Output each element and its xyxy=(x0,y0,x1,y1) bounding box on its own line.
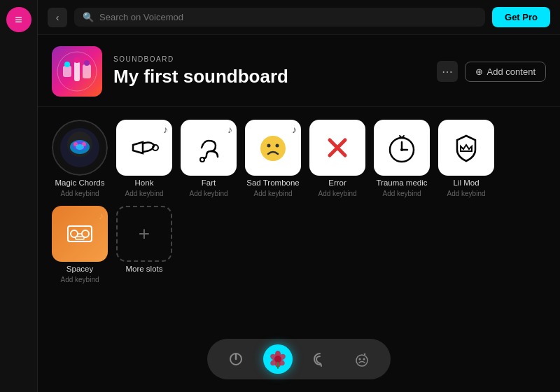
sound-keybind[interactable]: Add keybind xyxy=(60,276,99,284)
search-input[interactable] xyxy=(99,12,477,22)
sound-name: Lil Mod xyxy=(453,178,479,187)
sound-name: Fart xyxy=(202,178,216,187)
topbar: ‹ 🔍 Get Pro xyxy=(38,0,560,35)
sound-name: Error xyxy=(328,178,346,187)
sound-tile-fart: ♪ xyxy=(181,120,237,176)
sound-item-lil-mod[interactable]: Lil Mod Add keybind xyxy=(438,120,494,197)
svg-point-18 xyxy=(267,144,271,148)
soundboard-title: My first soundboard xyxy=(113,66,426,88)
active-sound-button[interactable] xyxy=(263,344,293,374)
sound-grid: Magic Chords Add keybind ♪ Honk Add keyb… xyxy=(38,107,560,296)
soundboard-label: SOUNDBOARD xyxy=(113,55,426,63)
sidebar: ≡ xyxy=(0,0,38,392)
sound-item-error[interactable]: Error Add keybind xyxy=(309,120,365,197)
sound-tile-magic-chords xyxy=(52,120,108,176)
svg-rect-3 xyxy=(83,64,91,78)
soundboard-info: SOUNDBOARD My first soundboard xyxy=(113,55,426,88)
sound-tile-spacey: ♪ xyxy=(52,206,108,262)
add-content-icon: ⊕ xyxy=(475,66,483,77)
svg-point-4 xyxy=(64,62,70,67)
note-badge: ♪ xyxy=(292,124,297,135)
svg-point-43 xyxy=(356,355,368,366)
sound-tile-honk: ♪ xyxy=(116,120,172,176)
logo-icon: ≡ xyxy=(15,13,22,27)
add-slot-tile[interactable]: + xyxy=(116,206,172,262)
note-badge: ♪ xyxy=(99,210,104,221)
note-button[interactable] xyxy=(347,344,377,374)
sound-keybind[interactable]: Add keybind xyxy=(318,190,356,197)
note-badge: ♪ xyxy=(163,124,168,135)
back-icon: ‹ xyxy=(56,12,59,23)
sound-tile-error xyxy=(309,120,365,176)
svg-point-19 xyxy=(276,144,279,148)
more-options-button[interactable]: ⋯ xyxy=(437,61,458,82)
svg-point-45 xyxy=(363,358,365,360)
sound-keybind[interactable]: Add keybind xyxy=(189,190,227,197)
sound-keybind[interactable]: Add keybind xyxy=(447,190,485,197)
soundboard-header: SOUNDBOARD My first soundboard ⋯ ⊕ Add c… xyxy=(38,35,560,107)
svg-point-41 xyxy=(274,356,281,363)
sound-item-fart[interactable]: ♪ Fart Add keybind xyxy=(181,120,237,197)
sound-keybind[interactable]: Add keybind xyxy=(125,190,163,197)
plus-icon: + xyxy=(139,223,150,245)
sound-item-magic-chords[interactable]: Magic Chords Add keybind xyxy=(52,120,108,197)
svg-point-6 xyxy=(84,60,90,66)
svg-point-5 xyxy=(74,57,80,63)
main-content: ‹ 🔍 Get Pro SOUN xyxy=(38,0,560,392)
svg-rect-1 xyxy=(63,66,71,77)
svg-rect-2 xyxy=(74,62,80,81)
more-slots-item[interactable]: + More slots xyxy=(116,206,172,284)
sound-item-trauma-medic[interactable]: Trauma medic Add keybind xyxy=(374,120,430,197)
sound-item-sad-trombone[interactable]: ♪ Sad Trombone Add keybind xyxy=(245,120,301,197)
sound-item-honk[interactable]: ♪ Honk Add keybind xyxy=(116,120,172,197)
svg-point-14 xyxy=(76,144,84,150)
svg-point-17 xyxy=(260,136,286,161)
more-slots-label: More slots xyxy=(125,265,162,273)
svg-point-16 xyxy=(200,158,204,162)
power-button[interactable] xyxy=(221,344,251,374)
get-pro-button[interactable]: Get Pro xyxy=(492,7,550,27)
bottom-dock xyxy=(207,339,391,379)
sound-tile-lil-mod xyxy=(438,120,494,176)
sound-name: Trauma medic xyxy=(376,178,427,187)
app-logo[interactable]: ≡ xyxy=(6,7,31,32)
sound-keybind[interactable]: Add keybind xyxy=(382,190,421,197)
sound-keybind[interactable]: Add keybind xyxy=(253,190,292,197)
sound-name: Spacey xyxy=(66,265,93,273)
search-icon: 🔍 xyxy=(83,12,94,22)
sound-tile-trauma-medic xyxy=(374,120,430,176)
sound-name: Honk xyxy=(135,178,154,187)
add-content-button[interactable]: ⊕ Add content xyxy=(465,62,546,82)
sound-name: Magic Chords xyxy=(55,178,105,187)
soundboard-actions: ⋯ ⊕ Add content xyxy=(437,61,546,82)
back-button[interactable]: ‹ xyxy=(48,8,67,27)
sound-item-spacey[interactable]: ♪ Spacey Add keybind xyxy=(52,206,108,284)
note-badge: ♪ xyxy=(227,124,232,135)
sound-name: Sad Trombone xyxy=(246,178,299,187)
svg-rect-32 xyxy=(76,237,84,239)
svg-point-27 xyxy=(400,148,403,151)
ear-button[interactable] xyxy=(305,344,335,374)
soundboard-thumbnail xyxy=(52,46,102,97)
sound-tile-sad-trombone: ♪ xyxy=(245,120,301,176)
svg-point-44 xyxy=(359,358,361,360)
more-icon: ⋯ xyxy=(442,65,453,78)
add-content-label: Add content xyxy=(487,66,536,77)
search-bar: 🔍 xyxy=(74,8,485,27)
sound-keybind[interactable]: Add keybind xyxy=(60,190,99,197)
